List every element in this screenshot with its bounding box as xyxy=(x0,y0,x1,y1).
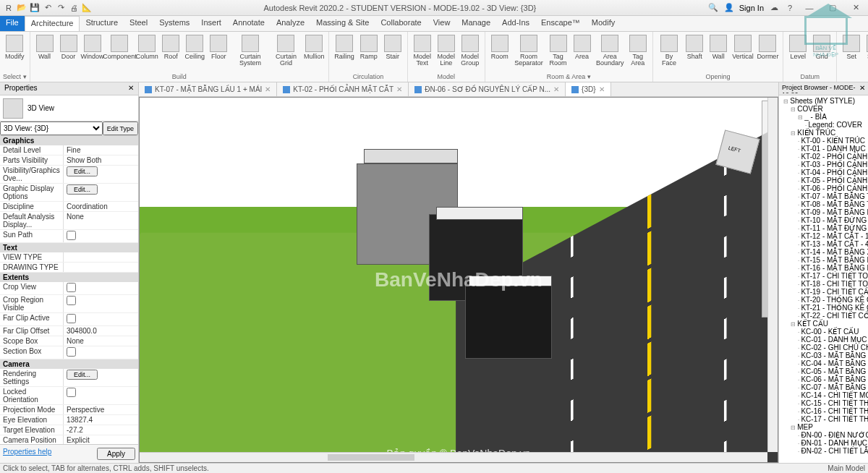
prop-value[interactable]: -27.2 xyxy=(64,425,138,435)
prop-value[interactable]: Perspective xyxy=(64,405,138,414)
tree-node[interactable]: ĐN-02 - CHI TIẾT LẮP Đ xyxy=(780,447,867,455)
save-icon[interactable]: 💾 xyxy=(29,2,41,14)
viewport-scrollbar-v[interactable] xyxy=(767,98,778,452)
prop-value[interactable]: None xyxy=(64,212,138,229)
ribbon-component[interactable]: Component xyxy=(105,33,135,72)
properties-help-link[interactable]: Properties help xyxy=(3,448,51,460)
tree-node[interactable]: KT-16 - MẶT BẰNG HO xyxy=(780,264,867,272)
redo-icon[interactable]: ↷ xyxy=(55,2,67,14)
tab-annotate[interactable]: Annotate xyxy=(227,16,271,31)
cloud-icon[interactable]: ☁ xyxy=(768,2,780,14)
ribbon-shaft[interactable]: Shaft xyxy=(683,33,706,72)
ribbon-modelline[interactable]: Model Line xyxy=(435,33,458,72)
ribbon-roof[interactable]: Roof xyxy=(159,33,182,72)
ribbon-floor[interactable]: Floor xyxy=(207,33,230,72)
tree-node[interactable]: _ - BÌA xyxy=(780,113,867,121)
prop-value[interactable] xyxy=(64,346,138,359)
tab-massingsite[interactable]: Massing & Site xyxy=(310,16,375,31)
ribbon-mullion[interactable]: Mullion xyxy=(302,33,326,72)
prop-edit-button[interactable]: Edit... xyxy=(67,184,98,195)
tree-node[interactable]: KC-01 - DANH MỤC BẢ xyxy=(780,336,867,344)
tab-collaborate[interactable]: Collaborate xyxy=(375,16,427,31)
signin-link[interactable]: Sign In xyxy=(739,4,764,12)
prop-checkbox[interactable] xyxy=(67,314,76,323)
ribbon-stair[interactable]: Stair xyxy=(381,33,404,72)
ribbon-vertical[interactable]: Vertical xyxy=(731,33,754,72)
ribbon-window[interactable]: Window xyxy=(81,33,104,72)
viewport-3d[interactable]: LEFT BanVeNhaDep.vn Bản quyền © BanVeNha… xyxy=(139,97,778,463)
prop-checkbox[interactable] xyxy=(67,283,76,292)
prop-section[interactable]: Extents xyxy=(0,273,138,282)
prop-value[interactable] xyxy=(64,263,138,272)
prop-edit-button[interactable]: Edit... xyxy=(67,370,98,380)
apply-button[interactable]: Apply xyxy=(97,448,135,460)
tab-structure[interactable]: Structure xyxy=(80,16,124,31)
instance-selector[interactable]: 3D View: {3D} xyxy=(0,122,103,135)
ribbon-areaboundary[interactable]: Area Boundary xyxy=(595,33,626,72)
tree-node[interactable]: KC-00 - KẾT CẤU xyxy=(780,328,867,336)
tree-node[interactable]: KT-08 - MẶT BẰNG TẦ xyxy=(780,200,867,208)
doctab[interactable]: ĐN-06 - SƠ ĐỒ NGUYÊN LÝ CẤP N...✕ xyxy=(409,82,566,96)
tree-node[interactable]: KT-05 - PHỐI CẢNH BÓ xyxy=(780,176,867,184)
measure-icon[interactable]: 📐 xyxy=(81,2,93,14)
ribbon-room[interactable]: Room xyxy=(488,33,511,72)
tree-node[interactable]: KT-06 - PHỐI CẢNH BÓ xyxy=(780,184,867,192)
tree-node[interactable]: KT-14 - MẶT BẰNG XẾ xyxy=(780,248,867,256)
ribbon-modelgroup[interactable]: Model Group xyxy=(459,33,482,72)
prop-value[interactable]: Coordination xyxy=(64,202,138,211)
tree-node[interactable]: ĐN-01 - DANH MỤC BẢ xyxy=(780,439,867,447)
tree-node[interactable]: KT-18 - CHI TIẾT TOILET xyxy=(780,280,867,288)
prop-value[interactable]: 304800.0 xyxy=(64,326,138,336)
doctab-close-icon[interactable]: ✕ xyxy=(553,85,559,93)
prop-section[interactable]: Graphics xyxy=(0,136,138,145)
ribbon-railing[interactable]: Railing xyxy=(332,33,357,72)
ribbon-dormer[interactable]: Dormer xyxy=(756,33,780,72)
tree-node[interactable]: KIẾN TRÚC xyxy=(780,129,867,137)
tree-node[interactable]: KT-19 - CHI TIẾT CẦU TH xyxy=(780,288,867,296)
tab-systems[interactable]: Systems xyxy=(153,16,195,31)
search-icon[interactable]: 🔍 xyxy=(707,2,719,14)
tree-node[interactable]: KT-04 - PHỐI CẢNH BÓ xyxy=(780,169,867,176)
print-icon[interactable]: 🖨 xyxy=(68,2,80,14)
prop-value[interactable] xyxy=(64,387,138,404)
prop-checkbox[interactable] xyxy=(67,296,76,305)
tree-node[interactable]: KT-10 - MẶT ĐỨNG PH xyxy=(780,216,867,224)
app-icon[interactable]: R xyxy=(3,2,14,14)
ribbon-area[interactable]: Area xyxy=(571,33,594,72)
ribbon-ramp[interactable]: Ramp xyxy=(357,33,380,72)
tree-node[interactable]: KT-11 - MẶT ĐỨNG TRA xyxy=(780,224,867,232)
prop-value[interactable] xyxy=(64,295,138,312)
prop-value[interactable]: Show Both xyxy=(64,155,138,165)
tree-node[interactable]: KC-07 - MẶT BẰNG BỐ xyxy=(780,383,867,391)
prop-checkbox[interactable] xyxy=(67,388,76,397)
tree-node[interactable]: KT-12 - MẶT CẮT - 1, 2 xyxy=(780,232,867,240)
ribbon-modify[interactable]: Modify xyxy=(3,33,27,72)
tab-view[interactable]: View xyxy=(427,16,456,31)
doctab-close-icon[interactable]: ✕ xyxy=(599,85,605,93)
tree-node[interactable]: KT-09 - MẶT BẰNG MÁ xyxy=(780,208,867,216)
prop-checkbox[interactable] xyxy=(67,347,76,357)
prop-value[interactable] xyxy=(64,252,138,262)
tree-node[interactable]: KC-15 - CHI TIẾT THÉP C xyxy=(780,399,867,407)
ribbon-wall[interactable]: Wall xyxy=(33,33,56,72)
properties-close-icon[interactable]: ✕ xyxy=(128,84,134,93)
ribbon-show[interactable]: Show xyxy=(864,33,868,72)
tree-node[interactable]: KC-17 - CHI TIẾT THÉP L xyxy=(780,415,867,423)
user-icon[interactable]: 👤 xyxy=(723,2,735,14)
ribbon-curtaingrid[interactable]: Curtain Grid xyxy=(271,33,302,72)
prop-checkbox[interactable] xyxy=(67,231,76,240)
ribbon-roomseparator[interactable]: Room Separator xyxy=(512,33,546,72)
tab-file[interactable]: File xyxy=(0,16,25,31)
help-icon[interactable]: ? xyxy=(784,2,796,14)
doctab-close-icon[interactable]: ✕ xyxy=(265,85,271,93)
tree-node[interactable]: KT-01 - DANH MỤC BẢ xyxy=(780,145,867,153)
viewport-scrollbar-h[interactable] xyxy=(140,452,767,462)
tab-manage[interactable]: Manage xyxy=(456,16,496,31)
tree-node[interactable]: KC-03 - MẶT BẰNG MÓ xyxy=(780,351,867,359)
prop-value[interactable]: None xyxy=(64,336,138,346)
tab-architecture[interactable]: Architecture xyxy=(25,16,80,31)
tree-node[interactable]: KT-21 - THỐNG KÊ CỬ xyxy=(780,304,867,312)
tab-modify[interactable]: Modify xyxy=(586,16,621,31)
ribbon-tagroom[interactable]: Tag Room xyxy=(547,33,570,72)
tree-node[interactable]: KT-02 - PHỐI CẢNH xyxy=(780,153,867,161)
